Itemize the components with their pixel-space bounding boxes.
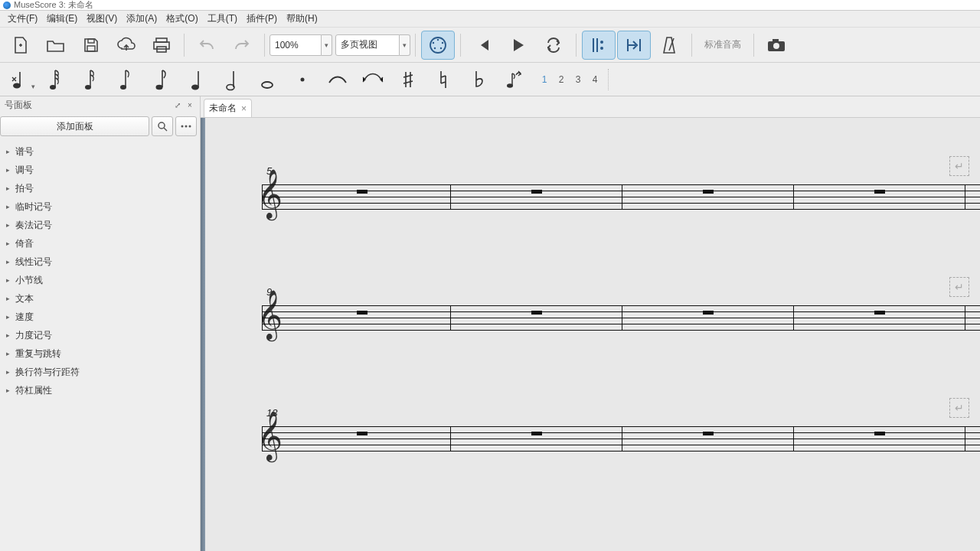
- midi-input-toggle[interactable]: [421, 31, 455, 60]
- pan-playback-toggle[interactable]: [617, 31, 651, 60]
- svg-point-26: [158, 122, 165, 129]
- whole-rest[interactable]: [531, 190, 542, 194]
- voice-1-button[interactable]: 1: [536, 68, 553, 91]
- voice-4-button[interactable]: 4: [586, 68, 603, 91]
- zoom-value: 100%: [275, 40, 299, 51]
- sharp-button[interactable]: [391, 66, 425, 93]
- palette-item-barlines[interactable]: ▸小节线: [0, 271, 200, 289]
- score-view[interactable]: 5 𝄞 ↵ 9: [201, 118, 980, 551]
- tie-button[interactable]: [321, 66, 354, 93]
- redo-button[interactable]: [225, 31, 259, 60]
- duration-8th-button[interactable]: [145, 66, 178, 93]
- print-button[interactable]: [145, 31, 178, 60]
- loop-button[interactable]: [537, 31, 570, 60]
- menu-help[interactable]: 帮助(H): [282, 11, 322, 27]
- staff[interactable]: 𝄞: [262, 420, 980, 455]
- undo-button[interactable]: [190, 31, 224, 60]
- duration-half-button[interactable]: [215, 66, 249, 93]
- whole-rest[interactable]: [357, 432, 368, 435]
- palette-item-keysig[interactable]: ▸调号: [0, 161, 200, 179]
- svg-point-27: [181, 126, 184, 128]
- flat-button[interactable]: [462, 66, 495, 93]
- add-palette-button[interactable]: 添加面板: [0, 116, 149, 136]
- palette-item-lines[interactable]: ▸线性记号: [0, 253, 200, 271]
- save-online-button[interactable]: [109, 31, 143, 60]
- whole-rest[interactable]: [874, 432, 885, 435]
- open-file-button[interactable]: [39, 31, 73, 60]
- whole-rest[interactable]: [357, 190, 368, 194]
- palette-item-grace[interactable]: ▸倚音: [0, 234, 200, 253]
- whole-rest[interactable]: [703, 432, 714, 435]
- whole-rest[interactable]: [874, 190, 885, 194]
- palette-more-button[interactable]: [175, 116, 197, 136]
- palette-item-repeats[interactable]: ▸重复与跳转: [0, 344, 200, 363]
- panel-undock-icon[interactable]: ⤢: [172, 99, 183, 110]
- main-toolbar: 100% 多页视图 标准音高: [0, 28, 980, 63]
- concert-pitch-label[interactable]: 标准音高: [704, 38, 741, 51]
- palette-item-breaks[interactable]: ▸换行符与行距符: [0, 363, 200, 381]
- svg-point-12: [600, 47, 603, 50]
- close-tab-icon[interactable]: ×: [241, 103, 247, 114]
- metronome-button[interactable]: [652, 31, 686, 60]
- measure-number: 9: [266, 286, 980, 298]
- palette-item-tempo[interactable]: ▸速度: [0, 308, 200, 326]
- slur-button[interactable]: [356, 66, 390, 93]
- play-repeats-toggle[interactable]: [582, 31, 616, 60]
- svg-rect-3: [154, 42, 169, 49]
- view-mode-dropdown-button[interactable]: [400, 34, 410, 56]
- menu-file[interactable]: 文件(F): [3, 11, 42, 27]
- menu-add[interactable]: 添加(A): [122, 11, 162, 27]
- play-button[interactable]: [501, 31, 535, 60]
- staff[interactable]: 𝄞: [262, 178, 980, 214]
- voice-3-button[interactable]: 3: [570, 68, 586, 91]
- score-ruler: [201, 118, 205, 551]
- staff[interactable]: 𝄞: [262, 299, 980, 334]
- system-break-icon[interactable]: ↵: [949, 398, 969, 418]
- whole-rest[interactable]: [874, 311, 885, 315]
- panel-close-icon[interactable]: ×: [185, 99, 195, 110]
- voice-2-button[interactable]: 2: [553, 68, 570, 91]
- palette-item-accidentals[interactable]: ▸临时记号: [0, 197, 200, 216]
- save-button[interactable]: [74, 31, 108, 60]
- duration-quarter-button[interactable]: [180, 66, 214, 93]
- natural-button[interactable]: [426, 66, 460, 93]
- new-file-button[interactable]: [4, 31, 38, 60]
- duration-32nd-button[interactable]: [74, 66, 108, 93]
- palette-item-timesig[interactable]: ▸拍号: [0, 179, 200, 197]
- note-input-mode-button[interactable]: [3, 66, 37, 93]
- palettes-panel: 号面板 ⤢ × 添加面板 ▸谱号 ▸调号 ▸拍号 ▸临时记号 ▸奏法记号 ▸倚音…: [0, 96, 201, 551]
- whole-rest[interactable]: [531, 311, 542, 315]
- staff-system: 9 𝄞: [262, 286, 980, 334]
- whole-rest[interactable]: [703, 190, 714, 194]
- zoom-select[interactable]: 100%: [270, 34, 322, 56]
- menu-format[interactable]: 格式(O): [162, 11, 202, 27]
- whole-rest[interactable]: [703, 311, 714, 315]
- palette-search-button[interactable]: [152, 116, 173, 136]
- dot-button[interactable]: [286, 66, 319, 93]
- zoom-dropdown-button[interactable]: [322, 34, 332, 56]
- menu-tools[interactable]: 工具(T): [203, 11, 242, 27]
- duration-whole-button[interactable]: [250, 66, 284, 93]
- whole-rest[interactable]: [357, 311, 368, 315]
- score-tab[interactable]: 未命名 ×: [204, 99, 252, 117]
- duration-16th-button[interactable]: [109, 66, 143, 93]
- screenshot-button[interactable]: [760, 31, 793, 60]
- system-break-icon[interactable]: ↵: [949, 277, 969, 297]
- svg-point-8: [442, 41, 443, 43]
- duration-64th-button[interactable]: [39, 66, 73, 93]
- view-mode-select[interactable]: 多页视图: [335, 34, 400, 56]
- score-tabs: 未命名 ×: [201, 96, 980, 118]
- palette-item-text[interactable]: ▸文本: [0, 289, 200, 308]
- palette-item-articulations[interactable]: ▸奏法记号: [0, 216, 200, 234]
- menu-plugins[interactable]: 插件(P): [242, 11, 282, 27]
- system-break-icon[interactable]: ↵: [949, 156, 969, 176]
- menu-edit[interactable]: 编辑(E): [42, 11, 82, 27]
- flip-direction-button[interactable]: [497, 66, 531, 93]
- palette-item-beam[interactable]: ▸符杠属性: [0, 381, 200, 399]
- app-title: MuseScore 3: 未命名: [14, 0, 93, 11]
- whole-rest[interactable]: [531, 432, 542, 435]
- palette-item-clefs[interactable]: ▸谱号: [0, 142, 200, 161]
- palette-item-dynamics[interactable]: ▸力度记号: [0, 326, 200, 344]
- menu-view[interactable]: 视图(V): [82, 11, 122, 27]
- rewind-button[interactable]: [466, 31, 500, 60]
